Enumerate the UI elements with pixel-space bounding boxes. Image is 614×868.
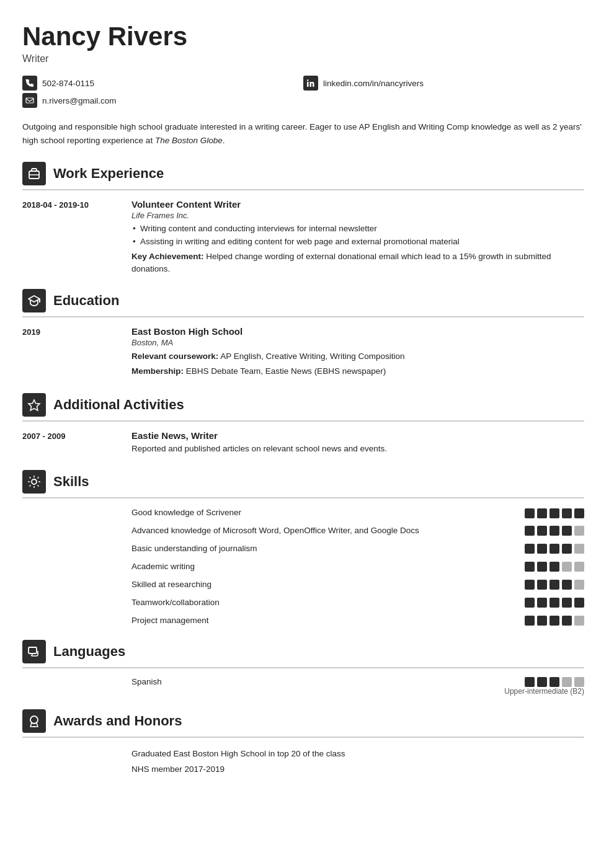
skill-dots-1 — [525, 526, 584, 536]
skill-dots-3 — [525, 562, 584, 572]
skill-row-1: Advanced knowledge of Microsoft Word, Op… — [22, 525, 584, 537]
lang-right-0: Upper-intermediate (B2) — [504, 677, 584, 696]
candidate-title: Writer — [22, 53, 584, 64]
skill-row-5: Teamwork/collaboration — [22, 597, 584, 609]
work-title: Volunteer Content Writer — [131, 199, 584, 210]
skill-dot-3-3 — [562, 562, 572, 572]
skills-section-title: Skills — [53, 474, 89, 490]
activities-section-title: Additional Activities — [53, 397, 184, 413]
skill-dot-1-3 — [562, 526, 572, 536]
awards-section: Awards and Honors Graduated East Boston … — [22, 709, 584, 777]
work-entry-1: 2018-04 - 2019-10 Volunteer Content Writ… — [22, 199, 584, 275]
skill-dot-5-4 — [574, 598, 584, 608]
skills-icon — [22, 470, 46, 494]
skill-dot-1-2 — [549, 526, 559, 536]
skill-label-0: Good knowledge of Scrivener — [131, 507, 515, 519]
linkedin-contact: linkedin.com/in/nancyrivers — [303, 76, 584, 91]
lang-dot-0-2 — [549, 677, 559, 687]
awards-icon — [22, 709, 46, 733]
skill-row-0: Good knowledge of Scrivener — [22, 507, 584, 519]
work-bullet-1: Writing content and conducting interview… — [131, 223, 584, 235]
skill-dot-3-0 — [525, 562, 535, 572]
skill-dot-5-1 — [537, 598, 547, 608]
award-list: Graduated East Boston High School in top… — [131, 746, 584, 777]
lang-dot-0-1 — [537, 677, 547, 687]
activities-content: Eastie News, Writer Reported and publish… — [131, 430, 584, 457]
email-contact: n.rivers@gmail.com — [22, 93, 303, 108]
svg-point-1 — [307, 79, 309, 81]
work-bullet-2: Assisting in writing and editing content… — [131, 236, 584, 248]
skill-dot-0-0 — [525, 508, 535, 518]
work-date: 2018-04 - 2019-10 — [22, 199, 122, 275]
education-subtitle: Boston, MA — [131, 338, 584, 347]
candidate-name: Nancy Rivers — [22, 22, 584, 51]
work-section-header: Work Experience — [22, 162, 584, 190]
lang-dot-0-3 — [562, 677, 572, 687]
coursework-label: Relevant coursework: — [131, 352, 218, 361]
education-coursework: Relevant coursework: AP English, Creativ… — [131, 350, 584, 363]
skill-dot-4-4 — [574, 580, 584, 590]
activities-icon — [22, 393, 46, 417]
skill-dot-3-4 — [574, 562, 584, 572]
skill-dot-6-2 — [549, 616, 559, 626]
skill-dot-4-2 — [549, 580, 559, 590]
activities-date: 2007 - 2009 — [22, 430, 122, 457]
svg-rect-2 — [26, 98, 33, 103]
work-subtitle: Life Frames Inc. — [131, 211, 584, 220]
activities-title: Eastie News, Writer — [131, 430, 584, 441]
education-section-title: Education — [53, 293, 119, 309]
summary-italic: The Boston Globe — [155, 136, 223, 145]
skills-section-header: Skills — [22, 470, 584, 498]
skill-dots-5 — [525, 598, 584, 608]
email-icon — [22, 93, 37, 108]
skills-section: Skills Good knowledge of ScrivenerAdvanc… — [22, 470, 584, 626]
skill-dot-5-3 — [562, 598, 572, 608]
achievement-label: Key Achievement: — [131, 252, 204, 261]
awards-list: Graduated East Boston High School in top… — [22, 746, 584, 777]
phone-contact: 502-874-0115 — [22, 76, 303, 91]
education-membership: Membership: EBHS Debate Team, Eastie New… — [131, 365, 584, 378]
award-item-1: NHS member 2017-2019 — [131, 762, 584, 777]
skill-dots-4 — [525, 580, 584, 590]
skill-dot-3-2 — [549, 562, 559, 572]
work-achievement: Key Achievement: Helped change wording o… — [131, 250, 584, 276]
skill-dot-2-3 — [562, 544, 572, 554]
summary-text: Outgoing and responsible high school gra… — [22, 120, 584, 147]
skill-dot-2-0 — [525, 544, 535, 554]
skill-dot-0-4 — [574, 508, 584, 518]
languages-list: SpanishUpper-intermediate (B2) — [22, 677, 584, 696]
skill-dot-2-2 — [549, 544, 559, 554]
phone-number: 502-874-0115 — [42, 79, 94, 88]
skill-dot-6-1 — [537, 616, 547, 626]
education-title: East Boston High School — [131, 326, 584, 337]
activities-entry-1: 2007 - 2009 Eastie News, Writer Reported… — [22, 430, 584, 457]
skill-row-6: Project management — [22, 615, 584, 627]
activities-description: Reported and published articles on relev… — [131, 442, 584, 456]
work-icon — [22, 162, 46, 185]
award-block: Graduated East Boston High School in top… — [22, 746, 584, 777]
svg-rect-8 — [29, 647, 37, 653]
membership-text: EBHS Debate Team, Eastie News (EBHS news… — [186, 366, 386, 376]
languages-section: Languages SpanishUpper-intermediate (B2) — [22, 640, 584, 696]
skill-row-3: Academic writing — [22, 561, 584, 573]
svg-marker-6 — [29, 400, 40, 410]
awards-section-title: Awards and Honors — [53, 713, 182, 729]
skill-dots-2 — [525, 544, 584, 554]
skills-list: Good knowledge of ScrivenerAdvanced know… — [22, 507, 584, 626]
skill-label-5: Teamwork/collaboration — [131, 597, 515, 609]
lang-dots-0 — [504, 677, 584, 687]
work-content: Volunteer Content Writer Life Frames Inc… — [131, 199, 584, 275]
skill-label-1: Advanced knowledge of Microsoft Word, Op… — [131, 525, 515, 537]
work-section-title: Work Experience — [53, 166, 164, 182]
resume-header: Nancy Rivers Writer 502-874-0115 linkedi… — [22, 22, 584, 108]
svg-rect-0 — [307, 82, 309, 87]
lang-level-0: Upper-intermediate (B2) — [504, 687, 584, 696]
skill-dot-0-3 — [562, 508, 572, 518]
education-icon — [22, 289, 46, 312]
languages-section-title: Languages — [53, 644, 125, 660]
skill-dot-6-3 — [562, 616, 572, 626]
work-bullets: Writing content and conducting interview… — [131, 223, 584, 248]
award-item-0: Graduated East Boston High School in top… — [131, 746, 584, 761]
skill-dots-0 — [525, 508, 584, 518]
lang-dot-0-4 — [574, 677, 584, 687]
